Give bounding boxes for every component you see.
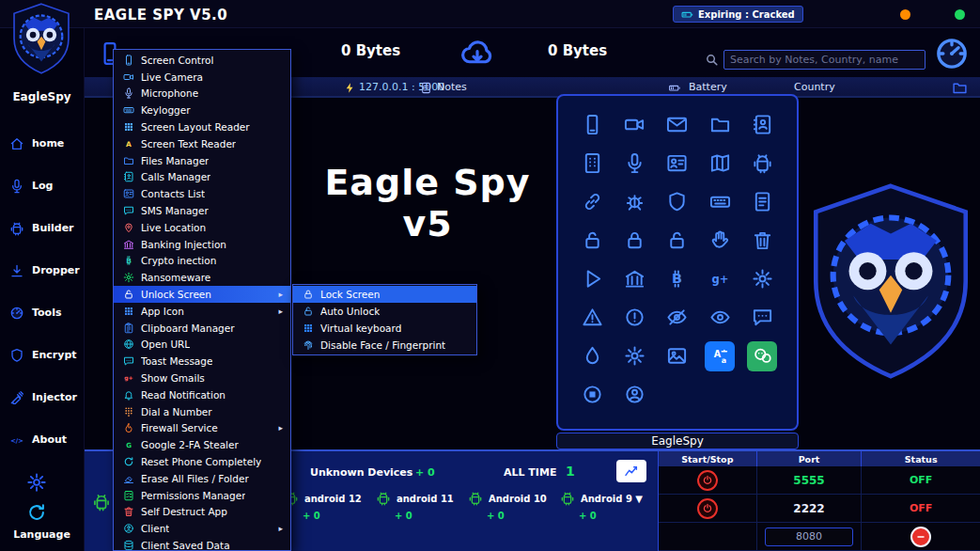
action-icon xyxy=(666,191,688,213)
start-stop-button[interactable] xyxy=(697,470,718,491)
warning-icon[interactable] xyxy=(571,298,614,337)
bank-icon[interactable] xyxy=(614,260,656,298)
microphone-icon[interactable] xyxy=(614,144,656,182)
sidebar-item-log[interactable]: Log xyxy=(0,165,84,207)
lock-icon[interactable] xyxy=(614,221,656,260)
menu-item-toast-message[interactable]: Toast Message xyxy=(114,353,290,370)
play-store-icon[interactable] xyxy=(571,260,614,298)
menu-item-dial-a-number[interactable]: Dial a Number xyxy=(114,403,290,420)
action-icon xyxy=(752,229,773,251)
submenu-item-virtual-keyboard[interactable]: Virtual keyboard xyxy=(293,320,476,337)
sidebar-item-tools[interactable]: Tools xyxy=(0,291,84,334)
menu-item-contacts-list[interactable]: Contacts List xyxy=(114,185,290,202)
menu-item-show-gmails[interactable]: Show Gmails xyxy=(114,370,290,386)
translate-icon[interactable] xyxy=(705,341,735,371)
sidebar-item-dropper[interactable]: Dropper xyxy=(0,249,84,291)
menu-item-keylogger[interactable]: Keylogger xyxy=(114,102,290,118)
menu-item-firewall-service[interactable]: Firewall Service ▸ xyxy=(114,420,290,437)
bug-icon[interactable] xyxy=(614,182,656,221)
menu-item-self-destruct-app[interactable]: Self Destruct App xyxy=(114,504,290,521)
menu-item-live-camera[interactable]: Live Camera xyxy=(114,69,290,86)
remove-port-button[interactable] xyxy=(910,527,931,547)
sidebar-item-builder[interactable]: Builder xyxy=(0,207,84,249)
trash-icon[interactable] xyxy=(741,221,784,260)
sidebar-item-encrypt[interactable]: Encrypt xyxy=(0,334,84,376)
submenu-item-disable-face-fingerprint[interactable]: Disable Face / Fingerprint xyxy=(293,337,476,354)
wechat-icon[interactable] xyxy=(747,341,777,371)
menu-item-google-2-fa-stealer[interactable]: Google 2-FA Stealer xyxy=(114,436,290,453)
keyboard-icon[interactable] xyxy=(699,182,741,221)
padlock-open-icon[interactable] xyxy=(656,221,698,260)
google-plus-icon[interactable] xyxy=(699,260,741,298)
window-dot-green[interactable] xyxy=(955,9,965,20)
apps-keypad-icon[interactable] xyxy=(571,144,614,182)
menu-item-open-url[interactable]: Open URL xyxy=(114,337,290,354)
menu-item-read-notification[interactable]: Read Notification xyxy=(114,386,290,403)
files-icon[interactable] xyxy=(699,105,741,144)
device-tab-android-9[interactable]: Android 9 ▼ + 0 xyxy=(560,491,643,521)
image-icon[interactable] xyxy=(656,337,698,375)
menu-item-screen-text-reader[interactable]: Screen Text Reader xyxy=(114,135,290,152)
menu-item-banking-injection[interactable]: Banking Injection xyxy=(114,236,290,253)
eye-icon[interactable] xyxy=(699,298,741,337)
stop-icon[interactable] xyxy=(571,375,614,414)
android-device-icon[interactable] xyxy=(92,493,111,512)
menu-item-files-manager[interactable]: Files Manager xyxy=(114,152,290,169)
refresh-icon[interactable] xyxy=(26,502,47,523)
shield-icon[interactable] xyxy=(656,182,698,221)
menu-item-client-saved-data[interactable]: Client Saved Data xyxy=(114,537,290,551)
map-icon[interactable] xyxy=(699,144,741,182)
gear-burst-icon[interactable] xyxy=(741,260,784,298)
sidebar-item-about[interactable]: About xyxy=(0,418,84,461)
device-tab-android-11[interactable]: android 11 + 0 xyxy=(376,491,459,521)
start-stop-button[interactable] xyxy=(697,498,718,519)
link-icon[interactable] xyxy=(571,182,614,221)
bitcoin-icon[interactable] xyxy=(656,260,698,298)
ink-drop-icon[interactable] xyxy=(571,337,614,375)
port-input[interactable] xyxy=(765,527,853,546)
menu-item-ransomeware[interactable]: Ransomeware xyxy=(114,269,290,286)
menu-item-live-location[interactable]: Live Location xyxy=(114,219,290,236)
stats-chart-button[interactable] xyxy=(616,460,646,482)
menu-item-screen-layout-reader[interactable]: Screen Layout Reader xyxy=(114,118,290,135)
alert-icon[interactable] xyxy=(614,298,656,337)
menu-item-erase-all-files-folder[interactable]: Erase All Files / Folder xyxy=(114,470,290,487)
menu-item-microphone[interactable]: Microphone xyxy=(114,86,290,102)
calls-icon[interactable] xyxy=(741,105,784,144)
submenu-item-auto-unlock[interactable]: Auto Unlock xyxy=(293,303,476,320)
smartphone-icon[interactable] xyxy=(571,105,614,144)
android-icon xyxy=(560,491,575,506)
profile-icon[interactable] xyxy=(614,375,656,414)
contacts-icon[interactable] xyxy=(656,144,698,182)
search-input[interactable] xyxy=(723,50,926,70)
android-icon[interactable] xyxy=(741,144,784,182)
menu-item-crypto-inection[interactable]: Crypto inection xyxy=(114,253,290,270)
menu-item-client[interactable]: Client ▸ xyxy=(114,520,290,537)
submenu-item-lock-screen[interactable]: Lock Screen xyxy=(293,286,476,303)
menu-item-unlock-screen[interactable]: Unlock Screen ▸ xyxy=(114,286,290,303)
eye-off-icon[interactable] xyxy=(656,298,698,337)
menu-item-app-icon[interactable]: App Icon ▸ xyxy=(114,303,290,320)
video-camera-icon[interactable] xyxy=(614,105,656,144)
device-tab-android-12[interactable]: android 12 + 0 xyxy=(284,491,366,521)
settings-gear-icon[interactable] xyxy=(614,337,656,375)
sidebar-item-home[interactable]: home xyxy=(0,122,84,165)
window-dot-orange[interactable] xyxy=(900,9,910,20)
folder-icon[interactable] xyxy=(952,80,968,96)
device-tab-android-10[interactable]: Android 10 + 0 xyxy=(468,491,551,521)
hand-icon[interactable] xyxy=(699,221,741,260)
menu-item-clipboard-manager[interactable]: Clipboard Manager xyxy=(114,320,290,337)
menu-item-permissions-manager[interactable]: Permissions Manager xyxy=(114,487,290,504)
notes-list-icon[interactable] xyxy=(741,182,784,221)
menu-item-calls-manager[interactable]: Calls Manager xyxy=(114,169,290,186)
menu-item-reset-phone-completely[interactable]: Reset Phone Completely xyxy=(114,453,290,470)
sidebar-item-language[interactable]: Language xyxy=(0,528,84,541)
mail-icon[interactable] xyxy=(656,105,698,144)
sidebar-item-injector[interactable]: Injector xyxy=(0,376,84,418)
minus-icon xyxy=(915,531,926,543)
settings-gear-icon[interactable] xyxy=(26,472,47,493)
menu-item-sms-manager[interactable]: SMS Manager xyxy=(114,202,290,219)
chat-icon[interactable] xyxy=(741,298,784,337)
unlock-icon[interactable] xyxy=(571,221,614,260)
menu-item-screen-control[interactable]: Screen Control xyxy=(114,52,290,69)
